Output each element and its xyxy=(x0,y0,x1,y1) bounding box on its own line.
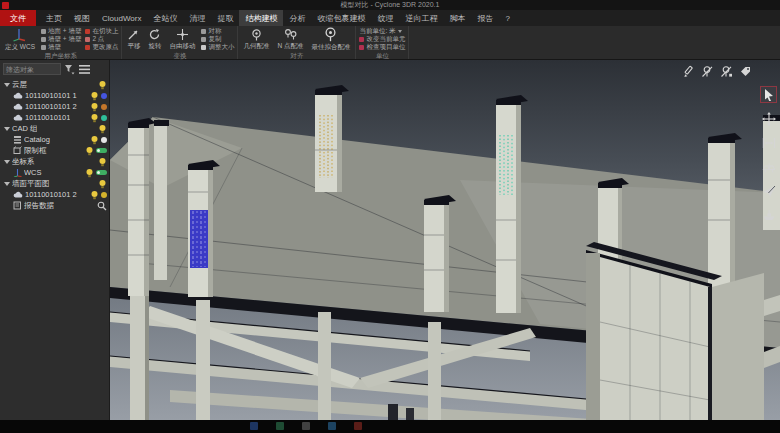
expander-icon[interactable] xyxy=(4,127,10,131)
ribbon-tab[interactable]: 视图 xyxy=(68,10,96,26)
ucs-item-icon xyxy=(41,45,46,50)
taskbar-app-icon[interactable] xyxy=(328,422,336,430)
visibility-bulb-icon[interactable] xyxy=(98,124,107,134)
geo-registration-button[interactable]: 几何配准 xyxy=(241,27,271,52)
tree-row[interactable]: 10110010101 2 xyxy=(0,189,109,200)
translate-button[interactable]: 平移 xyxy=(125,27,142,52)
ribbon-tab[interactable]: 清理 xyxy=(183,10,211,26)
tree-row[interactable]: 坐标系 xyxy=(0,156,109,167)
tree-row[interactable]: 10110010101 xyxy=(0,112,109,123)
tree-row[interactable]: 10110010101 2 xyxy=(0,101,109,112)
taskbar-app-icon[interactable] xyxy=(354,422,362,430)
filter-funnel-icon[interactable] xyxy=(64,64,75,75)
ribbon-tab[interactable]: 脚本 xyxy=(443,10,471,26)
transform-small-items: 对称 复制 调整大小 xyxy=(201,27,234,52)
rotate-icon xyxy=(148,28,161,41)
ribbon-tab[interactable]: 纹理 xyxy=(371,10,399,26)
expander-icon[interactable] xyxy=(4,160,10,164)
tree-row[interactable]: CAD 组 xyxy=(0,123,109,134)
visibility-bulb-icon[interactable] xyxy=(85,168,94,178)
select-cursor-button[interactable] xyxy=(760,86,777,103)
visibility-bulb-icon[interactable] xyxy=(90,91,99,101)
ribbon-tab[interactable]: 全站仪 xyxy=(147,10,183,26)
expander-icon[interactable] xyxy=(4,83,10,87)
visibility-bulb-icon[interactable] xyxy=(90,113,99,123)
pan-button[interactable] xyxy=(760,110,777,127)
rotate-button[interactable]: 旋转 xyxy=(146,27,163,52)
taskbar-app-icon[interactable] xyxy=(302,422,310,430)
define-wcs-button[interactable]: 定义 WCS xyxy=(3,27,37,52)
ribbon-tab[interactable]: 报告 xyxy=(471,10,499,26)
ucs-item-icon xyxy=(85,29,90,34)
ribbon-tab[interactable]: CloudWorx xyxy=(96,10,147,26)
visibility-bulb-icon[interactable] xyxy=(90,135,99,145)
ribbon-tab[interactable]: 结构建模 xyxy=(239,10,283,26)
state-toggle[interactable] xyxy=(96,148,107,153)
ribbon-tab[interactable]: ? xyxy=(499,10,515,26)
taskbar-app-icon[interactable] xyxy=(276,422,284,430)
ribbon-group-ucs: 定义 WCS 地面 + 墙壁 墙壁 + 墙壁 墙壁 xyxy=(0,26,122,59)
bestfit-registration-label: 最佳拟合配准 xyxy=(311,43,350,52)
object-tree: 云层 xyxy=(0,78,109,420)
filter-objects-input[interactable] xyxy=(3,63,61,75)
tree-item-label: 10110010101 2 xyxy=(25,190,77,199)
tag-label-button[interactable] xyxy=(738,64,752,78)
free-move-button[interactable]: 自由移动 xyxy=(167,27,197,52)
fly-mode-button[interactable] xyxy=(760,182,777,199)
clearance-pin-button[interactable] xyxy=(700,64,714,78)
ribbon-tab[interactable]: 逆向工程 xyxy=(399,10,443,26)
clearance-pin-alt-button[interactable] xyxy=(719,64,733,78)
ribbon-tab[interactable]: 提取 xyxy=(211,10,239,26)
chevron-down-icon xyxy=(398,30,402,33)
magnifier-icon[interactable] xyxy=(97,201,107,211)
visibility-bulb-icon[interactable] xyxy=(98,157,107,167)
free-move-icon xyxy=(176,28,189,41)
tree-row[interactable]: 报告数据 xyxy=(0,200,109,211)
npoint-registration-button[interactable]: N 点配准 xyxy=(275,27,305,52)
measure-pencil-button[interactable] xyxy=(681,64,695,78)
resize-icon xyxy=(201,45,206,50)
bestfit-registration-button[interactable]: 最佳拟合配准 xyxy=(309,27,352,52)
tree-row[interactable]: 10110010101 1 xyxy=(0,90,109,101)
tree-item-label: WCS xyxy=(24,168,42,177)
tree-item-label: 限制框 xyxy=(24,146,47,156)
tree-row[interactable]: 墙面平面图 xyxy=(0,178,109,189)
rotate-label: 旋转 xyxy=(148,42,161,51)
tree-row[interactable]: Catalog xyxy=(0,134,109,145)
tree-item-label: 坐标系 xyxy=(12,157,35,167)
visibility-bulb-icon[interactable] xyxy=(98,179,107,189)
ribbon-tab[interactable]: 主页 xyxy=(40,10,68,26)
visibility-bulb-icon[interactable] xyxy=(90,102,99,112)
ribbon-tab[interactable]: 分析 xyxy=(283,10,311,26)
visibility-bulb-icon[interactable] xyxy=(90,190,99,200)
state-toggle[interactable] xyxy=(96,170,107,175)
ucs-item-button[interactable]: 墙壁 xyxy=(41,43,81,51)
expander-icon[interactable] xyxy=(4,182,10,186)
free-move-label: 自由移动 xyxy=(169,42,195,51)
3d-viewport[interactable] xyxy=(110,60,780,420)
visibility-bulb-icon[interactable] xyxy=(85,146,94,156)
ribbon-tab[interactable]: 收缩包裹建模 xyxy=(311,10,371,26)
tree-row[interactable]: 限制框 xyxy=(0,145,109,156)
title-bar: 模型对比 - Cyclone 3DR 2020.1 xyxy=(0,0,780,10)
camera-viewer-button[interactable] xyxy=(760,158,777,175)
fit-view-button[interactable] xyxy=(760,134,777,151)
cloud-icon xyxy=(13,92,23,100)
color-swatch xyxy=(101,115,107,121)
resize-button[interactable]: 调整大小 xyxy=(201,43,234,51)
taskbar-icons xyxy=(250,422,362,430)
panel-menu-icon[interactable] xyxy=(78,64,91,75)
color-swatch xyxy=(101,192,107,198)
tab-file[interactable]: 文件 xyxy=(0,10,36,26)
ucs-item-button[interactable]: 更改原点 xyxy=(85,43,118,51)
check-units-label: 检查项目单位 xyxy=(366,43,405,52)
ribbon-tab-label: 视图 xyxy=(74,13,90,24)
os-taskbar[interactable] xyxy=(0,420,780,433)
color-swatch xyxy=(101,93,107,99)
check-project-units-button[interactable]: 检查项目单位 xyxy=(359,43,405,51)
tree-row[interactable]: 云层 xyxy=(0,79,109,90)
visibility-bulb-icon[interactable] xyxy=(98,80,107,90)
taskbar-app-icon[interactable] xyxy=(250,422,258,430)
tree-row[interactable]: WCS xyxy=(0,167,109,178)
walk-through-button[interactable] xyxy=(760,206,777,223)
